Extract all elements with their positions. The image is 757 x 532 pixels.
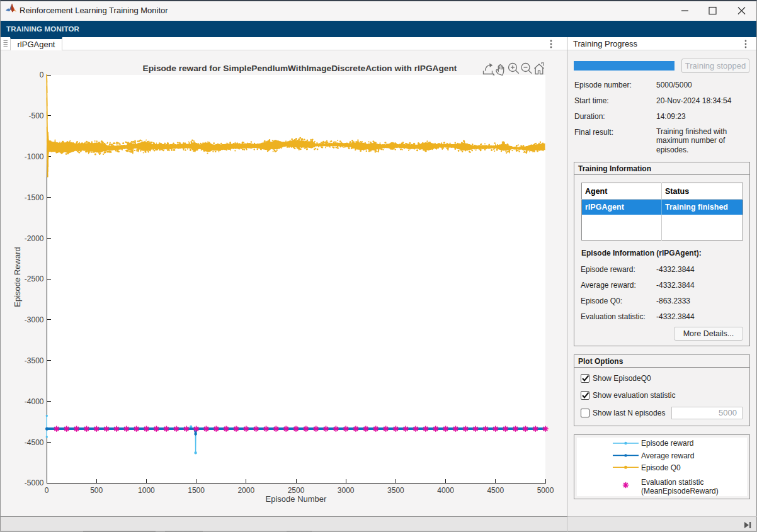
svg-text:Evaluation statistic: Evaluation statistic xyxy=(641,478,703,487)
svg-text:Episode Q0: Episode Q0 xyxy=(641,463,681,472)
svg-text:(MeanEpisodeReward): (MeanEpisodeReward) xyxy=(641,487,719,495)
svg-text:Episode reward: Episode reward xyxy=(641,439,693,448)
svg-text:Average reward: Average reward xyxy=(641,451,695,460)
